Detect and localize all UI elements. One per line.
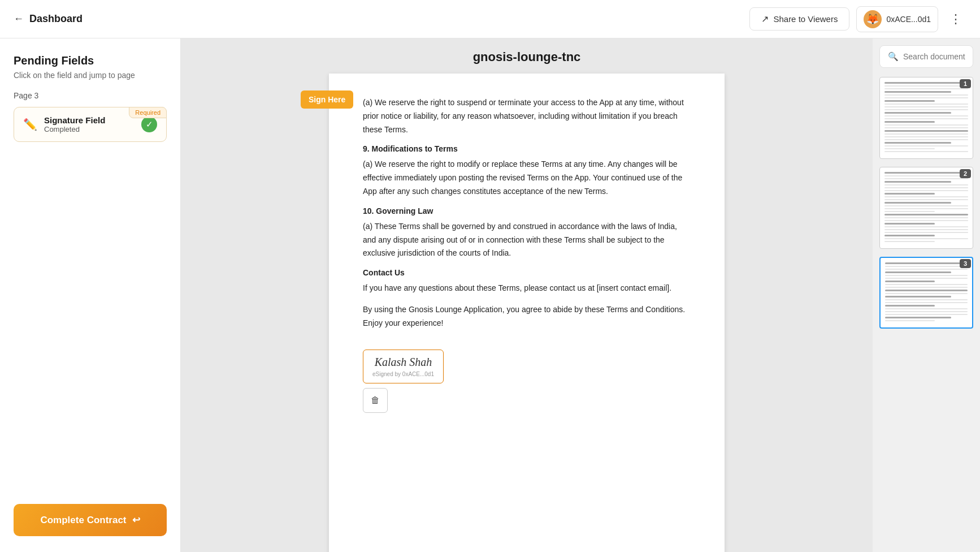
doc-section: By using the Gnosis Lounge Application, … [363, 303, 691, 330]
signature-sub: eSigned by 0xACE...0d1 [372, 371, 434, 377]
thumb-number-1: 1 [960, 79, 971, 88]
field-status: Completed [44, 125, 135, 133]
thumb-number-2: 2 [960, 169, 971, 178]
field-info: Signature Field Completed [44, 115, 135, 133]
header: ← Dashboard ↗ Share to Viewers 🦊 0xACE..… [0, 0, 980, 38]
signature-name: Kalash Shah [372, 356, 434, 369]
doc-section: 10. Governing Law [363, 206, 691, 215]
thumb-img-3 [879, 257, 973, 329]
complete-btn-icon: ↩ [132, 514, 140, 526]
signature-area: Kalash Shah eSigned by 0xACE...0d1 [363, 350, 444, 383]
thumbnail-1[interactable]: 1 [879, 77, 973, 159]
thumb-img-1 [879, 77, 973, 159]
sign-here-button[interactable]: Sign Here [301, 90, 353, 109]
user-address: 0xACE...0d1 [886, 15, 931, 24]
signature-box: Kalash Shah eSigned by 0xACE...0d1 [363, 350, 444, 383]
doc-section: Contact Us [363, 268, 691, 277]
doc-section: If you have any questions about these Te… [363, 282, 691, 295]
required-badge: Required [129, 107, 167, 118]
check-icon: ✓ [141, 117, 157, 132]
header-left: ← Dashboard [14, 13, 83, 25]
share-button[interactable]: ↗ Share to Viewers [749, 7, 849, 31]
more-menu-button[interactable]: ⋮ [945, 10, 966, 29]
field-card[interactable]: Required ✏️ Signature Field Completed ✓ [14, 107, 167, 142]
thumb-number-3: 3 [960, 259, 971, 268]
main-layout: Pending Fields Click on the field and ju… [0, 38, 980, 552]
doc-section: (a) We reserve the right to suspend or t… [363, 96, 691, 136]
document-title: gnosis-lounge-tnc [473, 50, 581, 64]
field-name: Signature Field [44, 115, 135, 125]
sidebar-page-label: Page 3 [14, 91, 167, 100]
thumbnail-3[interactable]: 3 [879, 257, 973, 329]
signature-group: Kalash Shah eSigned by 0xACE...0d1 🗑 [363, 338, 691, 413]
user-badge[interactable]: 🦊 0xACE...0d1 [856, 6, 938, 32]
header-right: ↗ Share to Viewers 🦊 0xACE...0d1 ⋮ [749, 6, 966, 32]
field-icon: ✏️ [23, 118, 37, 131]
share-icon: ↗ [761, 14, 769, 24]
search-icon: 🔍 [888, 51, 899, 62]
document-page: Sign Here (a) We reserve the right to su… [329, 74, 725, 552]
complete-contract-button[interactable]: Complete Contract ↩ [14, 504, 167, 536]
back-button[interactable]: ← [14, 13, 24, 25]
document-area: gnosis-lounge-tnc Sign Here (a) We reser… [181, 38, 873, 552]
doc-section: (a) These Terms shall be governed by and… [363, 220, 691, 260]
share-button-label: Share to Viewers [773, 14, 838, 24]
left-sidebar: Pending Fields Click on the field and ju… [0, 38, 181, 552]
doc-section: (a) We reserve the right to modify or re… [363, 158, 691, 198]
avatar: 🦊 [864, 10, 882, 28]
right-panel: 🔍 1 [873, 38, 980, 552]
thumbnail-2[interactable]: 2 [879, 167, 973, 249]
doc-section: 9. Modifications to Terms [363, 144, 691, 153]
sidebar-title: Pending Fields [14, 54, 167, 67]
delete-signature-button[interactable]: 🗑 [363, 388, 388, 413]
avatar-emoji: 🦊 [866, 13, 879, 25]
search-input[interactable] [903, 52, 980, 61]
header-title: Dashboard [29, 13, 83, 25]
sidebar-subtitle: Click on the field and jump to page [14, 71, 167, 80]
document-content: (a) We reserve the right to suspend or t… [363, 96, 691, 330]
thumb-img-2 [879, 167, 973, 249]
search-box: 🔍 [879, 45, 973, 68]
complete-btn-label: Complete Contract [40, 515, 126, 526]
